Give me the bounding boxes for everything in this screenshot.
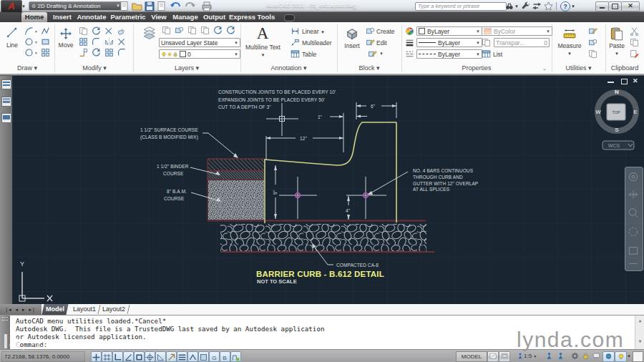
app-logo-button[interactable]: A [1,0,22,13]
model-button[interactable]: MODEL [456,351,487,362]
dwg-minimize-icon[interactable] [608,82,614,83]
polyline-tool-icon[interactable] [41,26,50,36]
annotation-scale-caret-icon[interactable]: ▼ [533,354,537,358]
lwt-toggle[interactable] [177,351,187,362]
ducs-toggle[interactable] [155,351,166,362]
color-combo[interactable]: ByLayer▼ [416,26,482,36]
table-icon[interactable] [291,49,300,59]
sp-toggle[interactable]: B [220,351,230,362]
multileader-icon[interactable] [291,38,300,47]
scale-tool-icon[interactable] [79,48,88,57]
workspace-gear-button[interactable] [570,351,580,361]
linear-dim-label[interactable]: Linear ▼ [302,28,325,35]
osnap-toggle[interactable] [134,351,145,362]
insert-block-label[interactable]: Insert [342,42,362,49]
search-dropdown-icon[interactable]: ▼ [514,4,519,9]
copy-tool-icon[interactable] [79,26,88,36]
layer-combo[interactable]: 0▼ [159,49,240,59]
status-bulb-button[interactable] [615,351,627,362]
favorites-star-icon[interactable] [544,1,553,11]
edit-block-icon[interactable] [366,38,375,47]
layer-state-caret-icon[interactable]: ▼ [234,41,238,45]
dwg-close-icon[interactable]: ✕ [633,77,638,84]
exchange-icon[interactable] [532,1,542,11]
rotate-tool-icon[interactable] [92,26,101,36]
tab-model[interactable]: Model [42,304,68,315]
transparency-icon[interactable] [482,38,491,47]
qat-redo-button[interactable] [185,1,196,12]
arc-tool-icon[interactable] [24,26,34,36]
create-block-icon[interactable] [366,26,375,36]
tab-home[interactable]: Home [21,12,47,22]
list-icon[interactable] [482,49,491,59]
offset-tool-icon[interactable] [104,48,114,57]
status-chat-button[interactable] [592,351,601,361]
otrack-toggle[interactable] [145,351,155,362]
multiline-text-label[interactable]: Multiline Text▼ [243,44,283,58]
array-tool-icon[interactable] [79,37,88,47]
tab-extra-icon[interactable] [284,14,295,21]
annotation-panel-label[interactable]: Annotation ▾ [240,64,337,72]
measure-icon[interactable] [560,27,580,40]
window-minimize-button[interactable] [595,1,609,11]
logo-dropdown-arrow[interactable]: ▼ [21,4,27,10]
list-label[interactable]: List [493,51,502,58]
color-caret-icon[interactable]: ▼ [476,29,480,34]
utilities-panel-label[interactable]: Utilities ▾ [552,64,605,72]
circle-dropdown-icon[interactable]: ▼ [34,40,38,44]
stretch-tool-icon[interactable] [117,37,127,47]
fillet-tool-icon[interactable] [92,37,101,47]
arc-dropdown-icon[interactable]: ▼ [34,29,38,34]
lineweight-icon[interactable] [405,38,414,47]
dyn-toggle[interactable] [166,351,177,362]
create-block-label[interactable]: Create [376,28,395,35]
properties-panel-label[interactable]: Properties [401,64,552,72]
ortho-toggle[interactable] [112,351,123,362]
rectangle-tool-icon[interactable] [41,37,50,47]
help-icon[interactable]: ? [560,1,570,11]
block-attr-arrow[interactable]: ▼ [379,52,384,56]
transparency-field[interactable]: Transpar...0 [494,38,550,47]
layers-panel-label[interactable]: Layers ▾ [133,64,240,72]
mirror-tool-icon[interactable] [104,37,114,47]
explode-tool-icon[interactable] [92,48,101,57]
toolbar-lock-button[interactable] [581,351,590,361]
sc-toggle[interactable]: G [209,351,220,362]
move-tool-icon[interactable] [60,28,72,39]
multileader-label[interactable]: Multileader [302,39,332,47]
layer-tool6-icon[interactable] [226,26,235,35]
hatch-tool-icon[interactable] [41,48,50,57]
qat-plot-button[interactable] [201,1,213,12]
qat-saveas-button[interactable] [156,1,167,12]
layer-tool2-icon[interactable] [175,26,184,35]
scroll-up-icon[interactable]: ▲ [635,318,644,323]
tab-layout1[interactable]: Layout1 [71,304,98,315]
cut-icon[interactable] [630,26,639,36]
layer-properties-icon[interactable] [136,26,157,41]
quickview-drawings-button[interactable] [499,351,510,362]
grid-toggle[interactable] [102,351,112,362]
bycolor-combo[interactable]: ByColor▼ [482,26,552,36]
lineweight-combo[interactable]: ByLayer▼ [416,38,482,47]
status-globe-button[interactable] [602,351,615,362]
help-dropdown-icon[interactable]: ▼ [571,4,575,9]
search-binoculars-icon[interactable] [505,2,514,11]
insert-block-icon[interactable] [344,26,360,41]
table-label[interactable]: Table [302,51,316,58]
tab-express-tools[interactable]: Express Tools [229,12,275,22]
modify-panel-label[interactable]: Modify ▾ [56,64,133,72]
tpy-toggle[interactable] [187,351,198,362]
polar-toggle[interactable] [123,351,134,362]
qat-new-button[interactable] [119,1,130,12]
ellipse-dropdown-icon[interactable]: ▼ [34,51,38,55]
snap-toggle[interactable] [91,351,102,362]
tab-layout2[interactable]: Layout2 [100,304,127,315]
layer-tool4-icon[interactable] [200,26,210,35]
measure-label[interactable]: Measure▼ [555,42,584,57]
tab-parametric[interactable]: Parametric [109,12,147,22]
am-toggle[interactable] [230,351,241,362]
linear-dim-icon[interactable] [291,26,300,36]
annotation-autoscale-button[interactable] [555,351,566,361]
line-tool-label[interactable]: Line [3,41,21,49]
linetype-caret-icon[interactable]: ▼ [476,52,480,57]
